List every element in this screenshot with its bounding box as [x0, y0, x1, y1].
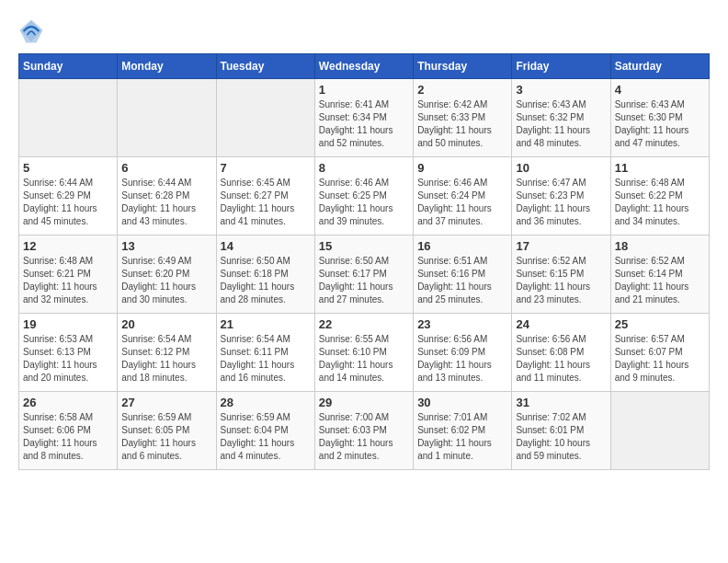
calendar-cell: 18Sunrise: 6:52 AMSunset: 6:14 PMDayligh… — [610, 236, 709, 314]
day-number: 14 — [221, 239, 311, 253]
calendar-cell: 15Sunrise: 6:50 AMSunset: 6:17 PMDayligh… — [314, 236, 413, 314]
day-info: Sunrise: 6:46 AMSunset: 6:25 PMDaylight:… — [319, 177, 409, 228]
day-info: Sunrise: 6:43 AMSunset: 6:32 PMDaylight:… — [516, 98, 606, 150]
day-info: Sunrise: 7:02 AMSunset: 6:01 PMDaylight:… — [516, 411, 606, 463]
day-number: 5 — [23, 161, 113, 175]
calendar-cell: 6Sunrise: 6:44 AMSunset: 6:28 PMDaylight… — [118, 157, 216, 236]
day-info: Sunrise: 6:59 AMSunset: 6:05 PMDaylight:… — [121, 411, 211, 463]
day-info: Sunrise: 6:52 AMSunset: 6:15 PMDaylight:… — [516, 255, 606, 306]
day-number: 19 — [23, 317, 113, 331]
day-number: 30 — [417, 396, 507, 409]
header-thursday: Thursday — [414, 54, 512, 79]
day-info: Sunrise: 6:49 AMSunset: 6:20 PMDaylight:… — [121, 255, 211, 306]
calendar-cell: 20Sunrise: 6:54 AMSunset: 6:12 PMDayligh… — [118, 314, 216, 392]
header-row: SundayMondayTuesdayWednesdayThursdayFrid… — [19, 54, 710, 79]
page-header — [18, 18, 710, 44]
calendar-cell: 1Sunrise: 6:41 AMSunset: 6:34 PMDaylight… — [314, 79, 413, 157]
day-info: Sunrise: 6:42 AMSunset: 6:33 PMDaylight:… — [417, 98, 507, 150]
day-info: Sunrise: 6:57 AMSunset: 6:07 PMDaylight:… — [615, 333, 705, 385]
calendar-cell — [118, 79, 216, 157]
day-info: Sunrise: 7:01 AMSunset: 6:02 PMDaylight:… — [417, 411, 507, 463]
day-info: Sunrise: 6:44 AMSunset: 6:28 PMDaylight:… — [121, 177, 211, 228]
day-number: 3 — [516, 83, 606, 97]
calendar-cell: 29Sunrise: 7:00 AMSunset: 6:03 PMDayligh… — [314, 392, 413, 470]
day-info: Sunrise: 6:56 AMSunset: 6:08 PMDaylight:… — [516, 333, 606, 385]
day-number: 8 — [319, 161, 409, 175]
day-number: 21 — [221, 317, 311, 331]
calendar-cell: 24Sunrise: 6:56 AMSunset: 6:08 PMDayligh… — [512, 314, 610, 392]
calendar-cell: 13Sunrise: 6:49 AMSunset: 6:20 PMDayligh… — [118, 236, 216, 314]
day-number: 23 — [417, 317, 507, 331]
day-number: 15 — [319, 239, 409, 253]
calendar-cell: 19Sunrise: 6:53 AMSunset: 6:13 PMDayligh… — [19, 314, 118, 392]
calendar-cell: 11Sunrise: 6:48 AMSunset: 6:22 PMDayligh… — [610, 157, 709, 236]
header-saturday: Saturday — [610, 54, 709, 79]
day-number: 29 — [319, 396, 409, 409]
day-info: Sunrise: 6:58 AMSunset: 6:06 PMDaylight:… — [23, 411, 113, 463]
day-number: 12 — [23, 239, 113, 253]
calendar-cell: 22Sunrise: 6:55 AMSunset: 6:10 PMDayligh… — [314, 314, 413, 392]
calendar-cell: 10Sunrise: 6:47 AMSunset: 6:23 PMDayligh… — [512, 157, 610, 236]
day-info: Sunrise: 6:47 AMSunset: 6:23 PMDaylight:… — [516, 177, 606, 228]
calendar-cell: 21Sunrise: 6:54 AMSunset: 6:11 PMDayligh… — [216, 314, 314, 392]
calendar-header: SundayMondayTuesdayWednesdayThursdayFrid… — [19, 54, 710, 79]
day-info: Sunrise: 6:50 AMSunset: 6:17 PMDaylight:… — [319, 255, 409, 306]
calendar-cell: 17Sunrise: 6:52 AMSunset: 6:15 PMDayligh… — [512, 236, 610, 314]
day-number: 17 — [516, 239, 606, 253]
day-number: 20 — [121, 317, 211, 331]
calendar-cell: 4Sunrise: 6:43 AMSunset: 6:30 PMDaylight… — [610, 79, 709, 157]
day-number: 31 — [516, 396, 606, 409]
calendar-cell: 27Sunrise: 6:59 AMSunset: 6:05 PMDayligh… — [118, 392, 216, 470]
week-row-5: 26Sunrise: 6:58 AMSunset: 6:06 PMDayligh… — [19, 392, 710, 470]
day-number: 2 — [417, 83, 507, 97]
calendar-cell: 12Sunrise: 6:48 AMSunset: 6:21 PMDayligh… — [19, 236, 118, 314]
day-info: Sunrise: 6:52 AMSunset: 6:14 PMDaylight:… — [615, 255, 705, 306]
header-monday: Monday — [118, 54, 216, 79]
week-row-1: 1Sunrise: 6:41 AMSunset: 6:34 PMDaylight… — [19, 79, 710, 157]
day-number: 1 — [319, 83, 409, 97]
week-row-2: 5Sunrise: 6:44 AMSunset: 6:29 PMDaylight… — [19, 157, 710, 236]
day-info: Sunrise: 6:48 AMSunset: 6:22 PMDaylight:… — [615, 177, 705, 228]
day-info: Sunrise: 6:48 AMSunset: 6:21 PMDaylight:… — [23, 255, 113, 306]
day-info: Sunrise: 6:41 AMSunset: 6:34 PMDaylight:… — [319, 98, 409, 150]
calendar-cell — [216, 79, 314, 157]
calendar-cell: 7Sunrise: 6:45 AMSunset: 6:27 PMDaylight… — [216, 157, 314, 236]
logo — [18, 18, 46, 44]
calendar-cell: 3Sunrise: 6:43 AMSunset: 6:32 PMDaylight… — [512, 79, 610, 157]
calendar-cell: 28Sunrise: 6:59 AMSunset: 6:04 PMDayligh… — [216, 392, 314, 470]
day-number: 6 — [121, 161, 211, 175]
day-number: 9 — [417, 161, 507, 175]
day-number: 7 — [221, 161, 311, 175]
calendar-cell: 31Sunrise: 7:02 AMSunset: 6:01 PMDayligh… — [512, 392, 610, 470]
day-info: Sunrise: 6:54 AMSunset: 6:12 PMDaylight:… — [121, 333, 211, 385]
header-wednesday: Wednesday — [314, 54, 413, 79]
day-info: Sunrise: 6:59 AMSunset: 6:04 PMDaylight:… — [221, 411, 311, 463]
calendar-cell: 26Sunrise: 6:58 AMSunset: 6:06 PMDayligh… — [19, 392, 118, 470]
calendar-cell — [610, 392, 709, 470]
day-number: 13 — [121, 239, 211, 253]
calendar-cell: 25Sunrise: 6:57 AMSunset: 6:07 PMDayligh… — [610, 314, 709, 392]
day-number: 10 — [516, 161, 606, 175]
calendar-cell — [19, 79, 118, 157]
day-number: 11 — [615, 161, 705, 175]
day-info: Sunrise: 6:53 AMSunset: 6:13 PMDaylight:… — [23, 333, 113, 385]
header-tuesday: Tuesday — [216, 54, 314, 79]
week-row-3: 12Sunrise: 6:48 AMSunset: 6:21 PMDayligh… — [19, 236, 710, 314]
calendar-cell: 9Sunrise: 6:46 AMSunset: 6:24 PMDaylight… — [414, 157, 512, 236]
day-info: Sunrise: 6:46 AMSunset: 6:24 PMDaylight:… — [417, 177, 507, 228]
day-info: Sunrise: 6:43 AMSunset: 6:30 PMDaylight:… — [615, 98, 705, 150]
calendar-cell: 16Sunrise: 6:51 AMSunset: 6:16 PMDayligh… — [414, 236, 512, 314]
calendar-table: SundayMondayTuesdayWednesdayThursdayFrid… — [18, 53, 710, 470]
calendar-cell: 5Sunrise: 6:44 AMSunset: 6:29 PMDaylight… — [19, 157, 118, 236]
header-sunday: Sunday — [19, 54, 118, 79]
day-number: 26 — [23, 396, 113, 409]
day-info: Sunrise: 6:50 AMSunset: 6:18 PMDaylight:… — [221, 255, 311, 306]
calendar-cell: 8Sunrise: 6:46 AMSunset: 6:25 PMDaylight… — [314, 157, 413, 236]
calendar-cell: 2Sunrise: 6:42 AMSunset: 6:33 PMDaylight… — [414, 79, 512, 157]
day-info: Sunrise: 7:00 AMSunset: 6:03 PMDaylight:… — [319, 411, 409, 463]
day-info: Sunrise: 6:44 AMSunset: 6:29 PMDaylight:… — [23, 177, 113, 228]
day-info: Sunrise: 6:55 AMSunset: 6:10 PMDaylight:… — [319, 333, 409, 385]
day-number: 27 — [121, 396, 211, 409]
calendar-cell: 14Sunrise: 6:50 AMSunset: 6:18 PMDayligh… — [216, 236, 314, 314]
day-number: 18 — [615, 239, 705, 253]
